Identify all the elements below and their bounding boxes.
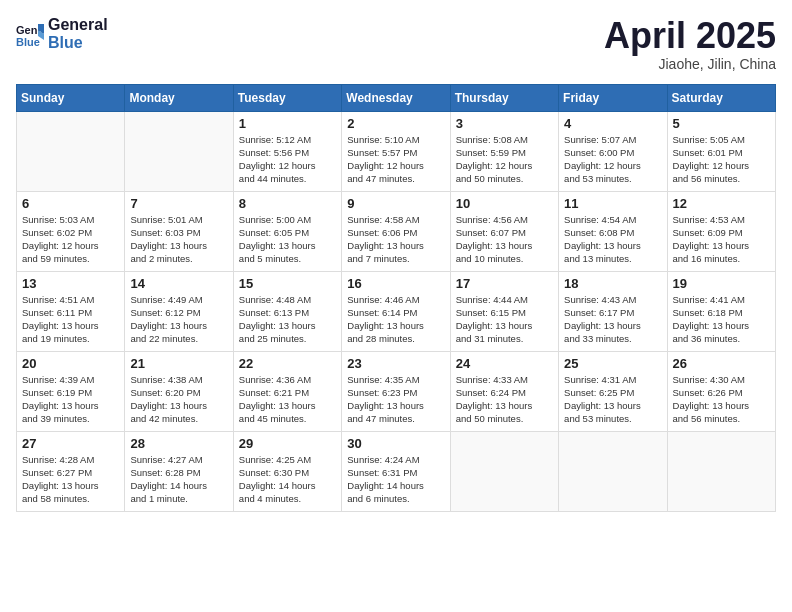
day-info: Sunrise: 5:03 AM Sunset: 6:02 PM Dayligh… [22, 213, 119, 266]
day-info: Sunrise: 4:54 AM Sunset: 6:08 PM Dayligh… [564, 213, 661, 266]
day-number: 6 [22, 196, 119, 211]
calendar-cell: 14Sunrise: 4:49 AM Sunset: 6:12 PM Dayli… [125, 271, 233, 351]
day-info: Sunrise: 4:39 AM Sunset: 6:19 PM Dayligh… [22, 373, 119, 426]
day-number: 28 [130, 436, 227, 451]
day-number: 23 [347, 356, 444, 371]
week-row-3: 13Sunrise: 4:51 AM Sunset: 6:11 PM Dayli… [17, 271, 776, 351]
logo-blue-text: Blue [48, 34, 108, 52]
day-number: 2 [347, 116, 444, 131]
day-info: Sunrise: 4:38 AM Sunset: 6:20 PM Dayligh… [130, 373, 227, 426]
calendar-cell [667, 431, 775, 511]
day-info: Sunrise: 5:07 AM Sunset: 6:00 PM Dayligh… [564, 133, 661, 186]
day-info: Sunrise: 5:08 AM Sunset: 5:59 PM Dayligh… [456, 133, 553, 186]
logo-icon: General Blue [16, 20, 44, 48]
day-number: 22 [239, 356, 336, 371]
day-info: Sunrise: 4:51 AM Sunset: 6:11 PM Dayligh… [22, 293, 119, 346]
weekday-header-saturday: Saturday [667, 84, 775, 111]
day-info: Sunrise: 4:41 AM Sunset: 6:18 PM Dayligh… [673, 293, 770, 346]
calendar-cell: 8Sunrise: 5:00 AM Sunset: 6:05 PM Daylig… [233, 191, 341, 271]
day-info: Sunrise: 4:36 AM Sunset: 6:21 PM Dayligh… [239, 373, 336, 426]
calendar-cell: 2Sunrise: 5:10 AM Sunset: 5:57 PM Daylig… [342, 111, 450, 191]
calendar-cell: 5Sunrise: 5:05 AM Sunset: 6:01 PM Daylig… [667, 111, 775, 191]
day-number: 9 [347, 196, 444, 211]
day-info: Sunrise: 4:49 AM Sunset: 6:12 PM Dayligh… [130, 293, 227, 346]
week-row-2: 6Sunrise: 5:03 AM Sunset: 6:02 PM Daylig… [17, 191, 776, 271]
day-info: Sunrise: 5:00 AM Sunset: 6:05 PM Dayligh… [239, 213, 336, 266]
day-info: Sunrise: 4:35 AM Sunset: 6:23 PM Dayligh… [347, 373, 444, 426]
day-number: 25 [564, 356, 661, 371]
day-number: 7 [130, 196, 227, 211]
logo: General Blue General Blue [16, 16, 108, 51]
day-info: Sunrise: 5:10 AM Sunset: 5:57 PM Dayligh… [347, 133, 444, 186]
day-info: Sunrise: 5:05 AM Sunset: 6:01 PM Dayligh… [673, 133, 770, 186]
day-number: 26 [673, 356, 770, 371]
day-number: 3 [456, 116, 553, 131]
calendar-cell: 19Sunrise: 4:41 AM Sunset: 6:18 PM Dayli… [667, 271, 775, 351]
calendar-cell [17, 111, 125, 191]
day-info: Sunrise: 4:44 AM Sunset: 6:15 PM Dayligh… [456, 293, 553, 346]
calendar-cell: 24Sunrise: 4:33 AM Sunset: 6:24 PM Dayli… [450, 351, 558, 431]
day-info: Sunrise: 4:43 AM Sunset: 6:17 PM Dayligh… [564, 293, 661, 346]
day-info: Sunrise: 4:27 AM Sunset: 6:28 PM Dayligh… [130, 453, 227, 506]
day-number: 20 [22, 356, 119, 371]
calendar-cell: 23Sunrise: 4:35 AM Sunset: 6:23 PM Dayli… [342, 351, 450, 431]
weekday-header-sunday: Sunday [17, 84, 125, 111]
calendar-cell: 9Sunrise: 4:58 AM Sunset: 6:06 PM Daylig… [342, 191, 450, 271]
day-number: 17 [456, 276, 553, 291]
calendar-cell: 10Sunrise: 4:56 AM Sunset: 6:07 PM Dayli… [450, 191, 558, 271]
calendar-cell: 16Sunrise: 4:46 AM Sunset: 6:14 PM Dayli… [342, 271, 450, 351]
day-info: Sunrise: 4:24 AM Sunset: 6:31 PM Dayligh… [347, 453, 444, 506]
week-row-4: 20Sunrise: 4:39 AM Sunset: 6:19 PM Dayli… [17, 351, 776, 431]
calendar-cell: 4Sunrise: 5:07 AM Sunset: 6:00 PM Daylig… [559, 111, 667, 191]
calendar-cell: 30Sunrise: 4:24 AM Sunset: 6:31 PM Dayli… [342, 431, 450, 511]
calendar-cell: 6Sunrise: 5:03 AM Sunset: 6:02 PM Daylig… [17, 191, 125, 271]
day-number: 12 [673, 196, 770, 211]
calendar-cell: 11Sunrise: 4:54 AM Sunset: 6:08 PM Dayli… [559, 191, 667, 271]
day-number: 4 [564, 116, 661, 131]
day-info: Sunrise: 4:58 AM Sunset: 6:06 PM Dayligh… [347, 213, 444, 266]
day-number: 16 [347, 276, 444, 291]
calendar-cell [450, 431, 558, 511]
calendar-table: SundayMondayTuesdayWednesdayThursdayFrid… [16, 84, 776, 512]
calendar-cell [559, 431, 667, 511]
calendar-cell [125, 111, 233, 191]
week-row-5: 27Sunrise: 4:28 AM Sunset: 6:27 PM Dayli… [17, 431, 776, 511]
calendar-cell: 20Sunrise: 4:39 AM Sunset: 6:19 PM Dayli… [17, 351, 125, 431]
calendar-cell: 18Sunrise: 4:43 AM Sunset: 6:17 PM Dayli… [559, 271, 667, 351]
day-number: 8 [239, 196, 336, 211]
calendar-cell: 27Sunrise: 4:28 AM Sunset: 6:27 PM Dayli… [17, 431, 125, 511]
calendar-cell: 28Sunrise: 4:27 AM Sunset: 6:28 PM Dayli… [125, 431, 233, 511]
day-number: 14 [130, 276, 227, 291]
day-info: Sunrise: 4:48 AM Sunset: 6:13 PM Dayligh… [239, 293, 336, 346]
page-header: General Blue General Blue April 2025 Jia… [16, 16, 776, 72]
day-number: 27 [22, 436, 119, 451]
day-info: Sunrise: 5:12 AM Sunset: 5:56 PM Dayligh… [239, 133, 336, 186]
day-info: Sunrise: 4:56 AM Sunset: 6:07 PM Dayligh… [456, 213, 553, 266]
day-number: 29 [239, 436, 336, 451]
title-area: April 2025 Jiaohe, Jilin, China [604, 16, 776, 72]
weekday-header-monday: Monday [125, 84, 233, 111]
month-title: April 2025 [604, 16, 776, 56]
calendar-cell: 7Sunrise: 5:01 AM Sunset: 6:03 PM Daylig… [125, 191, 233, 271]
location: Jiaohe, Jilin, China [604, 56, 776, 72]
weekday-header-wednesday: Wednesday [342, 84, 450, 111]
day-number: 1 [239, 116, 336, 131]
calendar-cell: 3Sunrise: 5:08 AM Sunset: 5:59 PM Daylig… [450, 111, 558, 191]
day-number: 21 [130, 356, 227, 371]
calendar-cell: 15Sunrise: 4:48 AM Sunset: 6:13 PM Dayli… [233, 271, 341, 351]
calendar-cell: 26Sunrise: 4:30 AM Sunset: 6:26 PM Dayli… [667, 351, 775, 431]
day-number: 15 [239, 276, 336, 291]
weekday-header-thursday: Thursday [450, 84, 558, 111]
day-number: 11 [564, 196, 661, 211]
day-number: 18 [564, 276, 661, 291]
calendar-cell: 12Sunrise: 4:53 AM Sunset: 6:09 PM Dayli… [667, 191, 775, 271]
logo-general-text: General [48, 16, 108, 34]
day-number: 13 [22, 276, 119, 291]
day-info: Sunrise: 4:46 AM Sunset: 6:14 PM Dayligh… [347, 293, 444, 346]
calendar-cell: 22Sunrise: 4:36 AM Sunset: 6:21 PM Dayli… [233, 351, 341, 431]
calendar-cell: 17Sunrise: 4:44 AM Sunset: 6:15 PM Dayli… [450, 271, 558, 351]
day-number: 5 [673, 116, 770, 131]
day-info: Sunrise: 4:28 AM Sunset: 6:27 PM Dayligh… [22, 453, 119, 506]
day-info: Sunrise: 4:31 AM Sunset: 6:25 PM Dayligh… [564, 373, 661, 426]
calendar-cell: 25Sunrise: 4:31 AM Sunset: 6:25 PM Dayli… [559, 351, 667, 431]
